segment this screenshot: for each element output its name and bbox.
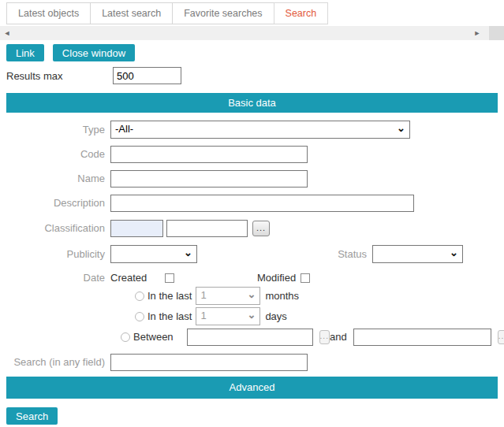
date-last-days-value: 1 (200, 310, 206, 321)
name-input[interactable] (110, 170, 308, 188)
classification-text-input[interactable] (166, 220, 248, 237)
chevron-down-icon: ⌄ (247, 309, 256, 321)
search-button[interactable]: Search (6, 407, 58, 425)
classification-row: Classification ... (6, 219, 498, 237)
any-field-label: Search (in any field) (6, 356, 105, 368)
code-input[interactable] (110, 146, 308, 163)
publicity-status-row: Publicity ⌄ Status ⌄ (6, 245, 498, 263)
classification-browse-button[interactable]: ... (252, 221, 270, 236)
date-last-days-row: In the last 1 ⌄ days (135, 307, 498, 325)
date-created-checkbox[interactable] (165, 273, 174, 283)
scrollbar-thumb[interactable] (489, 26, 504, 40)
publicity-select[interactable]: ⌄ (110, 245, 197, 263)
type-label: Type (6, 124, 105, 136)
date-last-days-suffix: days (265, 310, 286, 322)
classification-code-input[interactable] (110, 220, 163, 237)
date-between-to-browse-button[interactable]: ... (498, 330, 504, 344)
date-label: Date (6, 272, 105, 284)
tab-search[interactable]: Search (274, 2, 329, 24)
date-last-months-prefix: In the last (147, 290, 192, 302)
link-button[interactable]: Link (6, 44, 44, 61)
date-last-days-radio[interactable] (135, 312, 144, 321)
date-modified-label: Modified (257, 272, 296, 284)
date-row: Date Created Modified (6, 272, 498, 284)
tab-favorite-searches[interactable]: Favorite searches (172, 2, 274, 24)
type-select-value: -All- (115, 123, 133, 135)
close-window-button[interactable]: Close window (53, 44, 135, 61)
date-between-from-browse-button[interactable]: ... (319, 330, 330, 344)
advanced-section-header[interactable]: Advanced (6, 377, 498, 399)
scroll-right-icon[interactable]: ► (472, 26, 483, 40)
chevron-down-icon: ⌄ (397, 122, 405, 134)
description-input[interactable] (110, 195, 414, 212)
date-last-months-select[interactable]: 1 ⌄ (196, 287, 260, 305)
date-between-to-input[interactable] (353, 329, 491, 346)
classification-label: Classification (6, 222, 105, 234)
status-label: Status (338, 248, 367, 260)
chevron-down-icon: ⌄ (247, 288, 256, 300)
horizontal-scrollbar[interactable]: ◄ ► (0, 26, 504, 40)
date-between-from-input[interactable] (187, 329, 313, 346)
search-button-row: Search (6, 407, 498, 425)
tab-latest-search[interactable]: Latest search (90, 2, 173, 24)
any-field-row: Search (in any field) (6, 353, 498, 371)
chevron-down-icon: ⌄ (450, 247, 458, 258)
date-between-radio[interactable] (121, 332, 130, 342)
date-last-months-value: 1 (200, 289, 206, 301)
code-row: Code (6, 145, 498, 163)
publicity-label: Publicity (6, 248, 105, 260)
date-modified-checkbox[interactable] (301, 273, 310, 283)
date-last-days-select[interactable]: 1 ⌄ (196, 307, 260, 325)
scroll-left-icon[interactable]: ◄ (2, 26, 13, 40)
tab-bar: Latest objects Latest search Favorite se… (0, 0, 504, 24)
date-last-days-prefix: In the last (147, 310, 192, 322)
status-group: Status ⌄ (338, 245, 463, 263)
date-last-months-row: In the last 1 ⌄ months (135, 287, 498, 305)
results-max-row: Results max (6, 67, 498, 84)
date-between-row: Between ... and ... (121, 328, 498, 346)
date-between-label: Between (133, 331, 174, 343)
description-label: Description (6, 197, 105, 209)
date-between-and-label: and (330, 331, 347, 343)
basic-data-section-header[interactable]: Basic data (6, 93, 498, 113)
code-label: Code (6, 148, 105, 160)
results-max-label: Results max (6, 70, 113, 82)
description-row: Description (6, 194, 498, 212)
any-field-input[interactable] (110, 354, 308, 371)
date-last-months-radio[interactable] (135, 291, 144, 301)
results-max-input[interactable] (113, 67, 181, 84)
status-select[interactable]: ⌄ (372, 245, 463, 263)
toolbar: Link Close window (6, 44, 498, 61)
date-created-label: Created (110, 272, 160, 284)
date-last-months-suffix: months (265, 290, 299, 302)
type-row: Type -All- ⌄ (6, 121, 498, 139)
name-row: Name (6, 169, 498, 188)
tab-latest-objects[interactable]: Latest objects (6, 2, 91, 24)
name-label: Name (6, 173, 105, 184)
type-select[interactable]: -All- ⌄ (110, 121, 410, 139)
chevron-down-icon: ⌄ (184, 247, 192, 258)
